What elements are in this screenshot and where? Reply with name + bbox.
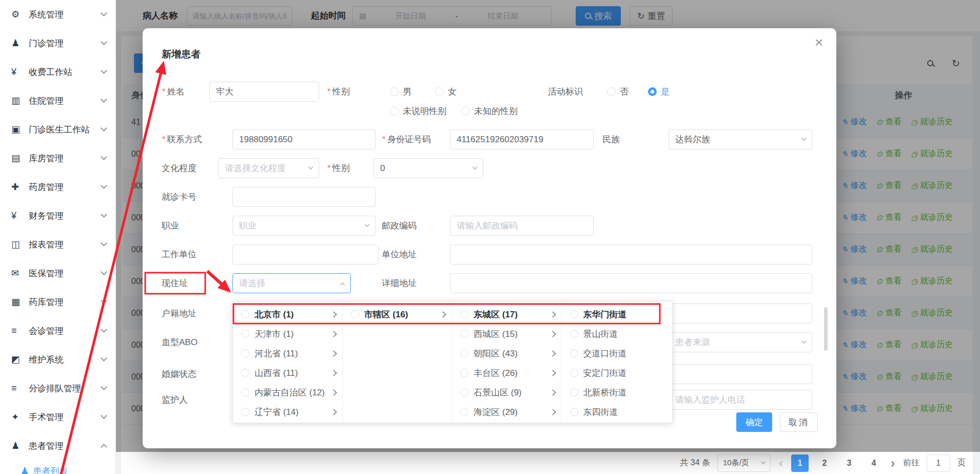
- page-number-3[interactable]: 3: [840, 454, 858, 472]
- ethnicity-select[interactable]: 达斡尔族: [669, 129, 812, 149]
- patient-icon: ♟: [11, 440, 25, 451]
- postal-field[interactable]: [450, 216, 594, 236]
- finance-icon: ¥: [11, 211, 25, 221]
- consultation-icon: ≡: [11, 326, 25, 336]
- detail-address-field[interactable]: [450, 273, 812, 293]
- radio-active-no[interactable]: 否: [607, 82, 629, 102]
- radio-gender-unstated[interactable]: 未说明性别: [390, 101, 446, 121]
- radio-active-yes[interactable]: 是: [648, 82, 670, 102]
- active-flag-label: 活动标识: [548, 82, 583, 102]
- current-address-cascader[interactable]: 请选择: [232, 273, 351, 293]
- idcard-field[interactable]: [450, 129, 594, 149]
- chevron-right-icon: [550, 409, 556, 415]
- pharmacy-icon: ✚: [11, 181, 25, 193]
- cascader-option-beixinqiao[interactable]: 北新桥街道: [562, 383, 673, 402]
- name-field[interactable]: [209, 82, 319, 102]
- chevron-down-icon: [365, 222, 370, 227]
- drug-storage-icon: ▦: [11, 296, 25, 308]
- sidebar-item-fee-workstation[interactable]: ¥ 收费工作站: [0, 58, 115, 86]
- sidebar-item-outpatient-management[interactable]: ♟ 门诊管理: [0, 29, 115, 58]
- radio-icon: [570, 310, 578, 318]
- page-number-2[interactable]: 2: [816, 454, 833, 472]
- next-page-button[interactable]: ›: [890, 454, 896, 472]
- chevron-right-icon: [550, 389, 556, 396]
- surgery-icon: ✦: [11, 411, 25, 423]
- cascader-option-liaoning[interactable]: 辽宁省 (14): [233, 402, 342, 422]
- visit-card-field[interactable]: [232, 187, 376, 207]
- unit-address-field[interactable]: [450, 244, 812, 264]
- work-unit-field[interactable]: [232, 244, 379, 264]
- page-number-1[interactable]: 1: [791, 454, 809, 472]
- chevron-down-icon: [761, 459, 766, 464]
- cascader-option-haidian[interactable]: 海淀区 (29): [452, 402, 561, 422]
- cascader-option-jiaodaokou[interactable]: 交道口街道: [562, 344, 673, 363]
- sidebar-item-patient-list[interactable]: ♟ 患者列表: [0, 458, 116, 474]
- guardian-phone-field[interactable]: [669, 390, 812, 410]
- cascader-column-street: 东华门街道 景山街道 交道口街道 安定门街道 北新桥街道 东四街道: [562, 301, 673, 423]
- gender2-select[interactable]: 0: [374, 158, 483, 178]
- postal-label: 邮政编码: [382, 216, 417, 236]
- sidebar-item-outpatient-doctor-workstation[interactable]: ▣ 门诊医生工作站: [0, 115, 115, 144]
- sidebar-item-pharmacy-management[interactable]: ✚ 药房管理: [0, 173, 115, 201]
- sidebar-item-surgery-management[interactable]: ✦ 手术管理: [0, 403, 115, 431]
- cascader-option-chaoyang[interactable]: 朝阳区 (43): [452, 344, 561, 363]
- cascader-column-city: 市辖区 (16): [343, 301, 453, 423]
- warehouse-icon: ▤: [11, 153, 25, 164]
- sidebar-item-insurance-management[interactable]: ✉ 医保管理: [0, 259, 115, 288]
- cascader-option-andingmen[interactable]: 安定门街道: [562, 363, 673, 383]
- radio-male[interactable]: 男: [390, 82, 411, 102]
- sidebar-item-maintenance-system[interactable]: ◩ 维护系统: [0, 345, 115, 374]
- confirm-button[interactable]: 确定: [736, 412, 772, 432]
- chevron-right-icon: [330, 409, 337, 415]
- cascader-option-donghuamen[interactable]: 东华门街道: [562, 305, 673, 324]
- patient-source-select[interactable]: 患者来源: [669, 332, 812, 352]
- close-icon[interactable]: ×: [815, 35, 823, 50]
- sidebar-item-triage-queue-management[interactable]: ≡ 分诊排队管理: [0, 374, 115, 403]
- chevron-down-icon: [101, 297, 107, 304]
- education-select[interactable]: 请选择文化程度: [218, 158, 319, 178]
- cancel-button[interactable]: 取消: [780, 412, 818, 432]
- report-icon: ◫: [11, 239, 25, 250]
- cascader-option-beijing[interactable]: 北京市 (1): [233, 305, 342, 324]
- contact-field[interactable]: [232, 129, 376, 149]
- cascader-option-fengtai[interactable]: 丰台区 (26): [452, 363, 561, 383]
- radio-icon: [461, 107, 470, 116]
- sidebar-item-patient-management[interactable]: ♟ 患者管理: [0, 431, 115, 460]
- cascader-option-shanxi[interactable]: 山西省 (11): [233, 363, 342, 383]
- occupation-select[interactable]: 职业: [232, 216, 376, 236]
- radio-gender-unknown[interactable]: 未知的性别: [461, 101, 518, 121]
- sidebar-item-finance-management[interactable]: ¥ 财务管理: [0, 201, 115, 230]
- chevron-down-icon: [101, 412, 107, 419]
- cascader-option-xicheng[interactable]: 西城区 (15): [452, 324, 561, 344]
- cascader-option-tianjin[interactable]: 天津市 (1): [233, 324, 342, 344]
- sidebar-item-report-management[interactable]: ◫ 报表管理: [0, 230, 115, 259]
- sidebar-item-label: 库房管理: [29, 153, 102, 164]
- sidebar-item-system-management[interactable]: ⚙ 系统管理: [0, 0, 115, 29]
- chevron-right-icon: [330, 331, 337, 337]
- page-size-select[interactable]: 10条/页: [717, 454, 771, 472]
- cascader-option-dongcheng[interactable]: 东城区 (17): [452, 305, 561, 324]
- radio-icon: [570, 369, 578, 377]
- radio-female[interactable]: 女: [435, 82, 457, 102]
- household-address-label: 户籍地址: [162, 304, 197, 324]
- cascader-option-jingshan[interactable]: 景山街道: [562, 324, 673, 344]
- cascader-option-neimenggu[interactable]: 内蒙古自治区 (12): [233, 383, 342, 402]
- page-number-4[interactable]: 4: [865, 454, 883, 472]
- sidebar-item-warehouse-management[interactable]: ▤ 库房管理: [0, 144, 115, 173]
- sidebar-item-inpatient-management[interactable]: ▥ 住院管理: [0, 86, 115, 115]
- sidebar-item-drug-storage-management[interactable]: ▦ 药库管理: [0, 288, 115, 316]
- modal-scrollbar[interactable]: [824, 307, 828, 351]
- goto-page-input[interactable]: [927, 454, 950, 472]
- cascader-option-shijingshan[interactable]: 石景山区 (9): [452, 383, 561, 402]
- cascader-option-hebei[interactable]: 河北省 (11): [233, 344, 342, 363]
- prev-page-button[interactable]: ‹: [778, 454, 784, 472]
- sidebar-item-label: 收费工作站: [29, 66, 102, 78]
- chevron-down-icon: [101, 355, 107, 362]
- chevron-right-icon: [550, 331, 556, 337]
- chevron-down-icon: [101, 182, 107, 189]
- sidebar-item-consultation-management[interactable]: ≡ 会诊管理: [0, 316, 115, 345]
- radio-icon: [570, 349, 578, 357]
- current-address-label: 现住址: [162, 273, 188, 293]
- cascader-option-dongsi[interactable]: 东四街道: [562, 402, 673, 422]
- cascader-option-shixiaqu[interactable]: 市辖区 (16): [343, 305, 452, 324]
